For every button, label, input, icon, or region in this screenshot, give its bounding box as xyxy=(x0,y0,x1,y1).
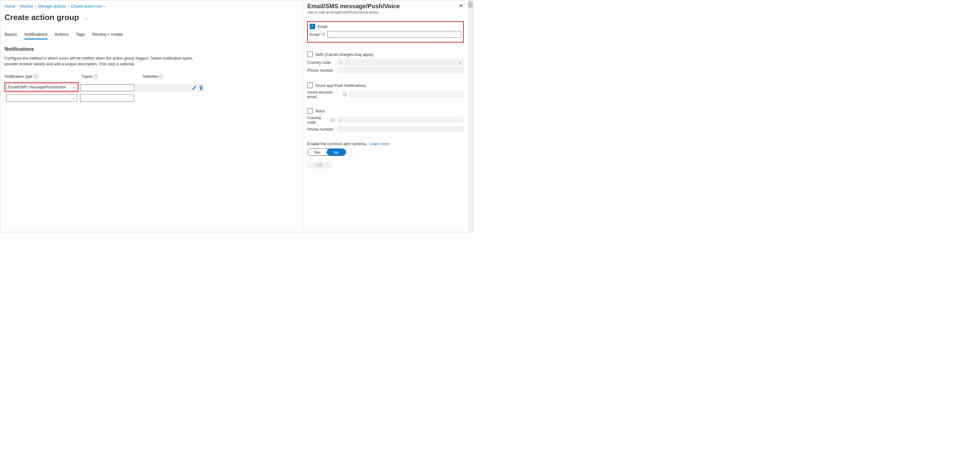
toggle-no[interactable]: No xyxy=(327,149,346,155)
sms-country-code-select: 1 ⌄ xyxy=(337,59,464,66)
notification-name-input[interactable] xyxy=(80,85,134,91)
close-icon[interactable]: ✕ xyxy=(458,3,464,9)
tab-review-create[interactable]: Review + create xyxy=(92,31,123,40)
push-checkbox[interactable] xyxy=(307,83,313,88)
notification-type-select-empty[interactable]: ⌄ xyxy=(6,94,77,102)
ok-button[interactable]: OK xyxy=(307,161,331,169)
voice-phone-input xyxy=(337,126,464,133)
sms-checkbox-label: SMS (Carrier charges may apply) xyxy=(315,52,374,57)
tab-bar: Basics Notifications Actions Tags Review… xyxy=(5,31,299,40)
schema-toggle[interactable]: Yes No xyxy=(307,149,346,156)
toggle-yes[interactable]: Yes xyxy=(307,149,327,155)
select-value: Email/SMS message/Push/Voice xyxy=(8,85,65,89)
col-header-type-label: Notification type xyxy=(5,74,33,79)
info-icon[interactable]: i xyxy=(343,93,347,96)
more-actions-button[interactable]: … xyxy=(83,15,89,20)
chevron-down-icon: ⌄ xyxy=(72,85,75,89)
chevron-right-icon: › xyxy=(17,4,18,8)
breadcrumb-create-action-rule[interactable]: Create action rule xyxy=(71,4,102,8)
push-email-label: Azure account email i xyxy=(307,90,347,99)
email-checkbox[interactable] xyxy=(310,24,315,29)
col-header-selected: Selected i xyxy=(143,74,209,79)
chevron-right-icon: › xyxy=(68,4,69,8)
email-group-highlight: Email Email * i xyxy=(307,21,464,43)
chevron-down-icon: ⌄ xyxy=(72,96,75,100)
flyout-title: Email/SMS message/Push/Voice xyxy=(307,3,400,10)
col-header-selected-label: Selected xyxy=(143,74,158,79)
notification-name-input-empty[interactable] xyxy=(80,94,134,102)
push-checkbox-label: Azure app Push Notifications xyxy=(315,83,366,88)
delete-icon[interactable] xyxy=(199,85,204,90)
highlight-box: Email/SMS message/Push/Voice ⌄ xyxy=(5,82,78,92)
email-input[interactable] xyxy=(327,31,461,38)
chevron-right-icon: › xyxy=(35,4,36,8)
breadcrumb-manage-actions[interactable]: Manage actions xyxy=(38,4,66,8)
voice-phone-label: Phone number xyxy=(307,127,334,131)
col-header-type: Notification type i xyxy=(5,74,79,79)
flyout-panel: Email/SMS message/Push/Voice ✕ Add or ed… xyxy=(303,0,468,232)
email-checkbox-label: Email xyxy=(318,24,328,29)
voice-country-code-label: Country code i xyxy=(307,115,334,125)
push-email-input xyxy=(349,91,464,98)
section-heading: Notifications xyxy=(5,46,299,52)
col-header-name: Name i xyxy=(82,74,137,79)
learn-more-link[interactable]: Learn more xyxy=(369,142,390,146)
page-title: Create action group xyxy=(5,13,79,22)
info-icon[interactable]: i xyxy=(331,118,334,122)
voice-checkbox-label: Voice xyxy=(315,109,325,113)
sms-group: SMS (Carrier charges may apply) Country … xyxy=(307,52,464,74)
schema-text: Enable the common alert schema. xyxy=(307,142,367,146)
info-icon[interactable]: i xyxy=(34,75,38,78)
tab-tags[interactable]: Tags xyxy=(76,31,85,40)
notifications-table: Notification type i Name i Selected i xyxy=(5,74,299,102)
title-bar: Create action group … xyxy=(5,13,299,22)
voice-checkbox[interactable] xyxy=(307,108,313,113)
breadcrumb: Home › Monitor › Manage actions › Create… xyxy=(5,3,299,11)
tab-actions[interactable]: Actions xyxy=(55,31,69,40)
info-icon[interactable]: i xyxy=(323,32,325,36)
info-icon[interactable]: i xyxy=(94,75,97,78)
section-description: Configure the method in which users will… xyxy=(5,56,205,67)
edit-icon[interactable] xyxy=(192,85,197,90)
voice-group: Voice Country code i 1 Phone number xyxy=(307,108,464,133)
tab-basics[interactable]: Basics xyxy=(5,31,17,40)
sms-checkbox[interactable] xyxy=(307,52,313,57)
main-content: Home › Monitor › Manage actions › Create… xyxy=(0,0,303,232)
col-header-name-label: Name xyxy=(82,74,92,79)
info-icon[interactable]: i xyxy=(159,75,163,78)
scrollbar[interactable]: ▲ xyxy=(468,0,473,232)
breadcrumb-home[interactable]: Home xyxy=(5,4,15,8)
notification-type-select[interactable]: Email/SMS message/Push/Voice ⌄ xyxy=(6,84,77,91)
flyout-subtitle: Add or edit an Email/SMS/Push/Voice acti… xyxy=(307,10,464,14)
email-field-label: Email * i xyxy=(310,32,325,37)
schema-text-row: Enable the common alert schema. Learn mo… xyxy=(307,142,464,146)
country-code-label: Country code xyxy=(307,60,334,65)
push-group: Azure app Push Notifications Azure accou… xyxy=(307,83,464,99)
sms-phone-input xyxy=(337,67,464,74)
chevron-right-icon: › xyxy=(104,4,105,8)
chevron-down-icon: ⌄ xyxy=(458,61,461,64)
scrollbar-thumb[interactable] xyxy=(468,3,473,8)
voice-country-code-input: 1 xyxy=(337,117,464,123)
phone-label: Phone number xyxy=(307,68,334,73)
breadcrumb-monitor[interactable]: Monitor xyxy=(20,4,33,8)
tab-notifications[interactable]: Notifications xyxy=(24,31,47,40)
